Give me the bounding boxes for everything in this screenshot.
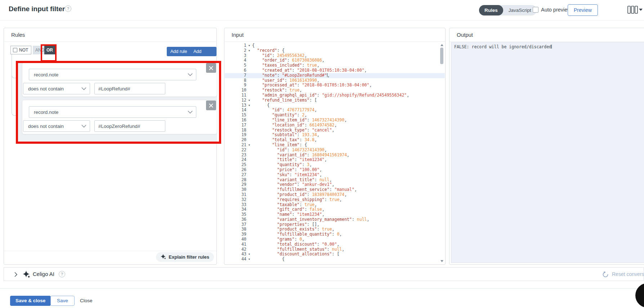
- rule-field-select[interactable]: record.note: [29, 106, 196, 118]
- fold-caret-icon[interactable]: [246, 128, 252, 133]
- rule-field-select[interactable]: record.note: [29, 69, 196, 80]
- layout-caret-icon[interactable]: [639, 9, 643, 11]
- code-line: 13▾{: [225, 103, 445, 108]
- help-icon[interactable]: ?: [65, 5, 71, 12]
- fold-caret-icon[interactable]: [246, 83, 252, 88]
- line-number: 36: [225, 217, 246, 222]
- fold-caret-icon[interactable]: [246, 162, 252, 168]
- fold-caret-icon[interactable]: [246, 237, 252, 242]
- fold-caret-icon[interactable]: [246, 227, 252, 232]
- rule-field-value: record.note: [34, 110, 58, 115]
- top-header: Define input filter ? Rules JavaScript A…: [0, 0, 644, 21]
- add-group-button[interactable]: Add group: [190, 47, 216, 56]
- fold-caret-icon[interactable]: [246, 58, 252, 63]
- tab-rules[interactable]: Rules: [479, 5, 503, 15]
- fold-caret-icon[interactable]: ▾: [246, 98, 252, 103]
- fold-caret-icon[interactable]: [246, 63, 252, 68]
- remove-rule-button[interactable]: [206, 63, 216, 73]
- rule-operator-select[interactable]: does not contain: [23, 83, 90, 94]
- code-line: 15"quantity": 2,: [225, 113, 445, 118]
- output-panel-title: Output: [457, 32, 473, 38]
- rule-operator-select[interactable]: does not contain: [23, 120, 90, 132]
- code-text: "order_id": 610730836086,: [252, 58, 445, 63]
- preview-button[interactable]: Preview: [568, 4, 598, 16]
- fold-caret-icon[interactable]: [246, 197, 252, 202]
- reset-icon[interactable]: [602, 271, 609, 280]
- close-button[interactable]: Close: [80, 298, 93, 303]
- fold-caret-icon[interactable]: [246, 123, 252, 128]
- remove-rule-button[interactable]: [206, 101, 216, 110]
- line-number: 12: [225, 98, 246, 103]
- add-rule-button[interactable]: Add rule: [167, 47, 191, 56]
- code-line: 40"grams": 0,: [225, 237, 445, 242]
- fold-caret-icon[interactable]: ▾: [246, 143, 252, 148]
- scrollbar-thumb[interactable]: [440, 48, 443, 64]
- scroll-up-icon[interactable]: [440, 44, 443, 46]
- rule-connector: [12, 54, 17, 78]
- fold-caret-icon[interactable]: [246, 148, 252, 153]
- help-icon[interactable]: ?: [59, 271, 65, 277]
- fold-caret-icon[interactable]: [246, 173, 252, 178]
- layout-columns-icon[interactable]: [627, 6, 638, 15]
- line-number: 43: [225, 252, 246, 257]
- fold-caret-icon[interactable]: [246, 192, 252, 197]
- fold-caret-icon[interactable]: [246, 168, 252, 173]
- tab-javascript[interactable]: JavaScript: [503, 5, 537, 15]
- fold-caret-icon[interactable]: [246, 232, 252, 237]
- fold-caret-icon[interactable]: [246, 182, 252, 187]
- editor-scrollbar[interactable]: [440, 44, 444, 262]
- fold-caret-icon[interactable]: [246, 93, 252, 98]
- explain-filter-rules-button[interactable]: Explain filter rules: [156, 252, 214, 262]
- fold-caret-icon[interactable]: [246, 217, 252, 222]
- rule-value-input[interactable]: [94, 120, 165, 132]
- fold-caret-icon[interactable]: [246, 157, 252, 162]
- celigo-ai-bar[interactable]: Celigo AI ? Reset conversa: [4, 267, 644, 281]
- code-line: 24"title": "item1234",: [225, 157, 445, 162]
- fold-caret-icon[interactable]: ▾: [246, 48, 252, 53]
- fold-caret-icon[interactable]: [246, 153, 252, 158]
- auto-preview-checkbox[interactable]: [533, 7, 538, 13]
- fold-caret-icon[interactable]: [246, 202, 252, 207]
- fold-caret-icon[interactable]: [246, 108, 252, 113]
- code-text: "product_exists": true,: [252, 227, 445, 232]
- fold-caret-icon[interactable]: [246, 53, 252, 58]
- fold-caret-icon[interactable]: [246, 247, 252, 252]
- line-number: 35: [225, 212, 246, 217]
- fold-caret-icon[interactable]: [246, 68, 252, 73]
- fold-caret-icon[interactable]: ▾: [246, 103, 252, 108]
- fold-caret-icon[interactable]: [246, 133, 252, 138]
- close-icon: [209, 103, 214, 108]
- save-button[interactable]: Save: [50, 296, 75, 306]
- fold-caret-icon[interactable]: ▾: [246, 257, 252, 262]
- code-line: 32"requires_shipping": true,: [225, 197, 445, 202]
- fold-caret-icon[interactable]: [246, 138, 252, 143]
- line-number: 30: [225, 187, 246, 192]
- input-code-editor[interactable]: 1▾{2▾"record": {3"id": 24549556342,4"ord…: [225, 43, 445, 263]
- reset-conversation-link[interactable]: Reset conversa: [612, 271, 644, 277]
- fold-caret-icon[interactable]: [246, 113, 252, 118]
- fold-caret-icon[interactable]: [246, 88, 252, 93]
- rule-value-input[interactable]: [94, 83, 165, 94]
- fold-caret-icon[interactable]: [246, 187, 252, 192]
- fold-caret-icon[interactable]: [246, 118, 252, 123]
- fold-caret-icon[interactable]: ▾: [246, 43, 252, 48]
- page-title: Define input filter: [9, 5, 65, 13]
- fold-caret-icon[interactable]: [246, 178, 252, 183]
- code-line: 43▾"discount_allocations": [: [225, 252, 445, 257]
- fold-caret-icon[interactable]: [246, 212, 252, 217]
- scroll-down-icon[interactable]: [440, 260, 443, 262]
- fold-caret-icon[interactable]: [246, 222, 252, 227]
- line-number: 22: [225, 148, 246, 153]
- rule-field-value: record.note: [34, 72, 58, 77]
- fold-caret-icon[interactable]: [246, 242, 252, 247]
- fold-caret-icon[interactable]: [246, 78, 252, 83]
- chat-fab-button[interactable]: [635, 283, 644, 308]
- fold-caret-icon[interactable]: [246, 207, 252, 212]
- line-number: 7: [225, 73, 246, 78]
- fold-caret-icon[interactable]: ▾: [246, 252, 252, 257]
- fold-caret-icon[interactable]: [246, 73, 252, 78]
- save-and-close-button[interactable]: Save & close: [10, 296, 51, 306]
- code-text: "created_at": "2018-08-01T05:10:38-04:00…: [252, 68, 445, 73]
- chevron-right-icon[interactable]: [13, 272, 18, 279]
- not-toggle-button[interactable]: NOT: [10, 46, 31, 54]
